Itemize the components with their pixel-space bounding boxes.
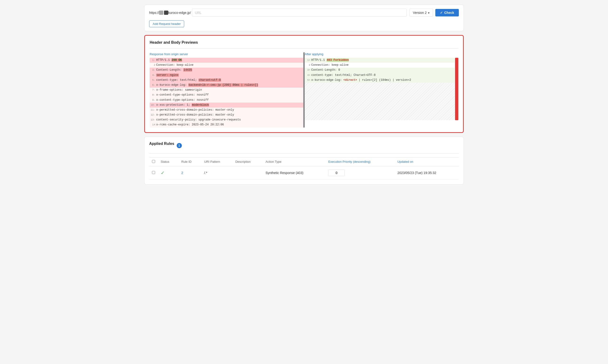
table-header-row: Status Rule ID URI Pattern Description A…: [149, 157, 459, 166]
left-code-block: 1- HTTP/1.1 200 OK 2 Connection: keep-al…: [150, 58, 303, 128]
left-line-3: 3- Content-Length: 14435: [150, 68, 303, 73]
url-protocol: https://: [149, 11, 159, 14]
preview-divider: [150, 48, 458, 49]
rules-table: Status Rule ID URI Pattern Description A…: [149, 157, 459, 180]
left-panel: Response from origin server 1- HTTP/1.1 …: [150, 52, 303, 128]
rule-id-link[interactable]: 2: [181, 171, 183, 175]
preview-section: Header and Body Previews Response from o…: [144, 35, 464, 133]
check-button[interactable]: ✓ Check: [435, 9, 459, 16]
col-priority-header[interactable]: Execution Priority (descending): [325, 157, 395, 166]
row-uri-pattern: /.*: [201, 166, 233, 179]
col-desc-header: Description: [233, 157, 263, 166]
col-checkbox-header: [149, 157, 158, 166]
left-line-11: 11- x-permitted-cross-domain-policies: m…: [150, 107, 303, 113]
chevron-down-icon: [428, 11, 429, 14]
right-code-area: 1+ HTTP/1.1 403 Forbidden 2 Connection: …: [305, 58, 455, 120]
left-line-7: 7- x-frame-options: sameorigin: [150, 88, 303, 92]
right-panel: After applying 1+ HTTP/1.1 403 Forbidden…: [305, 52, 458, 128]
right-line-4: 4+ content-type: text/html; Charset=UTF-…: [305, 73, 455, 78]
row-rule-id: 2: [179, 166, 201, 179]
preview-section-title: Header and Body Previews: [150, 40, 458, 45]
select-all-checkbox[interactable]: [152, 160, 155, 163]
preview-columns: Response from origin server 1- HTTP/1.1 …: [150, 52, 458, 128]
right-code-block: 1+ HTTP/1.1 403 Forbidden 2 Connection: …: [305, 58, 455, 120]
check-mark-icon: ✓: [440, 11, 443, 14]
left-line-9: 9- x-content-type-options: nosniff: [150, 98, 303, 103]
row-priority: [325, 166, 395, 179]
left-line-12: 12- x-permitted-cross-domain-policies: m…: [150, 113, 303, 117]
url-bar: https:// kuroco-edge.jp/ Version 2 ✓ Che…: [149, 9, 459, 17]
right-panel-inner: 1+ HTTP/1.1 403 Forbidden 2 Connection: …: [305, 58, 458, 120]
rules-divider: [149, 153, 459, 154]
left-col-label: Response from origin server: [150, 52, 303, 56]
priority-input[interactable]: [328, 169, 345, 176]
table-row: ✓ 2 /.* Synthetic Response (403) 2023/05…: [149, 166, 459, 179]
left-line-6: 6- x-kuroco-edge-log: backend=lb-r-cms-j…: [150, 83, 303, 88]
left-line-13: 13- content-security-policy: upgrade-ins…: [150, 117, 303, 122]
status-200: 200 OK: [172, 58, 182, 62]
left-line-2: 2 Connection: keep-alive: [150, 63, 303, 68]
row-checkbox-cell: [149, 166, 158, 179]
row-description: [233, 166, 263, 179]
left-line-1: 1- HTTP/1.1 200 OK: [150, 58, 303, 63]
right-line-1: 1+ HTTP/1.1 403 Forbidden: [305, 58, 455, 63]
url-input[interactable]: [192, 9, 407, 17]
url-sq-gray: [159, 11, 163, 15]
left-line-8: 8- x-content-type-options: nosniff: [150, 92, 303, 97]
url-domain: kuroco-edge.jp/: [168, 11, 191, 14]
right-col-label: After applying: [305, 52, 458, 56]
url-section: https:// kuroco-edge.jp/ Version 2 ✓ Che…: [144, 5, 464, 31]
col-updated-header[interactable]: Updated on: [395, 157, 459, 166]
right-line-3: 3+ Content-Length: 0: [305, 68, 455, 73]
row-updated-on: 2023/05/23 (Tue) 19:35:32: [395, 166, 459, 179]
rules-section: Applied Rules 1 Status Rule ID URI Patte…: [144, 137, 464, 185]
check-button-label: Check: [444, 11, 454, 14]
left-line-4: 4- server: nginx: [150, 73, 303, 78]
row-status: ✓: [158, 166, 179, 179]
col-status-header: Status: [158, 157, 179, 166]
right-scrollbar[interactable]: [455, 58, 458, 120]
left-line-10: 10- x-xss-protection: 1; mode=block: [150, 103, 303, 107]
rules-badge: 1: [177, 143, 182, 148]
direct-tag: <direct>: [344, 78, 357, 82]
url-sq-dark: [164, 11, 168, 15]
rules-title: Applied Rules: [149, 142, 174, 146]
row-action-type: Synthetic Response (403): [263, 166, 325, 179]
left-line-5: 5- content-type: text/html; charset=utf-…: [150, 78, 303, 83]
version-select[interactable]: Version 2: [410, 9, 433, 17]
status-403: 403 Forbidden: [327, 58, 349, 62]
col-uri-header: URI Pattern: [201, 157, 233, 166]
version-label: Version 2: [413, 11, 427, 14]
col-action-header: Action Type: [263, 157, 325, 166]
left-line-14: 14 x-rcms-cache-expire: 2023-05-24 20:22…: [150, 122, 303, 127]
url-squares: [159, 11, 168, 15]
right-line-5: 5+ x-kuroco-edge-log: <direct> | rules=[…: [305, 78, 455, 83]
rules-title-row: Applied Rules 1: [149, 142, 459, 150]
right-line-2: 2 Connection: keep-alive: [305, 63, 455, 68]
row-checkbox[interactable]: [152, 171, 155, 174]
col-ruleid-header: Rule ID: [179, 157, 201, 166]
add-request-header-button[interactable]: Add Request header: [149, 20, 184, 27]
status-check-icon: ✓: [161, 170, 165, 175]
hatch-pattern: [305, 83, 455, 120]
